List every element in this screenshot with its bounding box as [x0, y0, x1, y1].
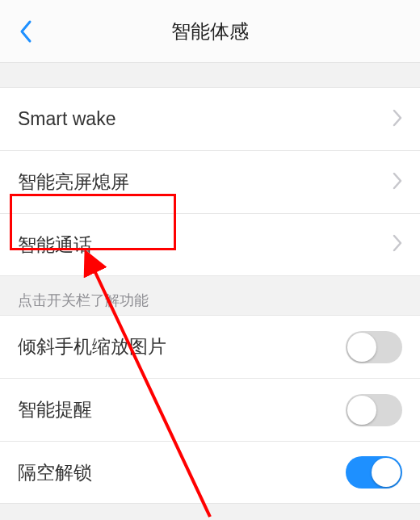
nav-bar: 智能体感	[0, 0, 420, 63]
row-smart-wake[interactable]: Smart wake	[0, 87, 420, 150]
row-label: 智能亮屏熄屏	[18, 170, 393, 195]
toggle-knob	[347, 396, 376, 425]
row-label: Smart wake	[18, 108, 393, 130]
toggle-knob	[347, 333, 376, 362]
chevron-right-icon	[393, 172, 402, 193]
row-smart-screen[interactable]: 智能亮屏熄屏	[0, 150, 420, 213]
row-smart-remind[interactable]: 智能提醒	[0, 378, 420, 441]
row-tilt-zoom[interactable]: 倾斜手机缩放图片	[0, 315, 420, 378]
toggle-knob	[372, 458, 401, 487]
settings-group-nav: Smart wake 智能亮屏熄屏 智能通话	[0, 87, 420, 276]
back-button[interactable]	[8, 14, 44, 49]
row-label: 智能提醒	[18, 397, 346, 422]
row-label: 隔空解锁	[18, 460, 346, 485]
chevron-right-icon	[393, 109, 402, 130]
row-label: 智能通话	[18, 233, 393, 258]
toggle-switch[interactable]	[346, 394, 402, 426]
chevron-left-icon	[19, 19, 33, 44]
chevron-right-icon	[393, 234, 402, 255]
toggle-switch[interactable]	[346, 456, 402, 489]
settings-group-toggles: 倾斜手机缩放图片 智能提醒 隔空解锁	[0, 315, 420, 504]
row-air-unlock[interactable]: 隔空解锁	[0, 441, 420, 504]
page-title: 智能体感	[171, 19, 249, 44]
section-hint: 点击开关栏了解功能	[0, 276, 420, 315]
row-smart-call[interactable]: 智能通话	[0, 213, 420, 276]
toggle-switch[interactable]	[346, 331, 402, 363]
row-label: 倾斜手机缩放图片	[18, 334, 346, 359]
